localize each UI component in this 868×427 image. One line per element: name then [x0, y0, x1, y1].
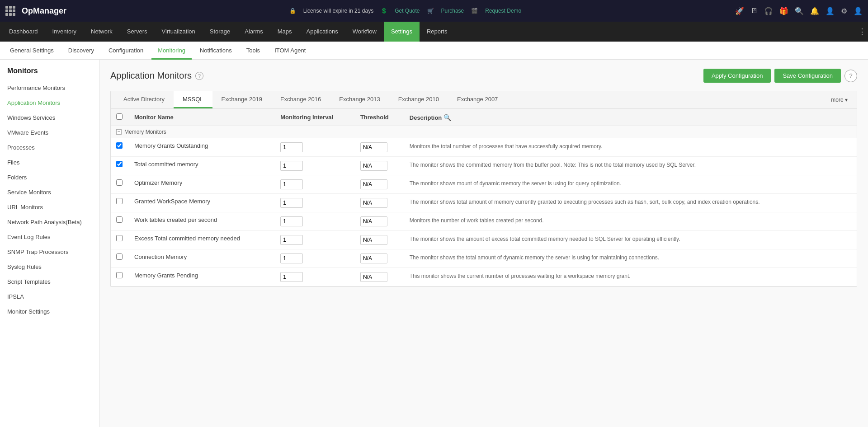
row2-threshold-input[interactable] [360, 161, 387, 171]
row2-description: The monitor shows the committed memory f… [404, 157, 857, 175]
row8-interval-input[interactable] [280, 272, 303, 282]
nav-servers[interactable]: Servers [120, 22, 155, 42]
row8-threshold-input[interactable] [360, 272, 387, 282]
header-help-button[interactable]: ? [844, 70, 857, 82]
gear-icon[interactable]: ⚙ [841, 7, 847, 15]
row7-interval-input[interactable] [280, 253, 303, 263]
sidebar-item-windows[interactable]: Windows Services [0, 110, 99, 125]
col-threshold: Threshold [355, 109, 404, 126]
save-config-button[interactable]: Save Configuration [774, 69, 841, 83]
sidebar-item-network-path[interactable]: Network Path Analysis(Beta) [0, 215, 99, 230]
row1-threshold-input[interactable] [360, 142, 387, 152]
monitor-icon[interactable]: 🖥 [750, 7, 758, 15]
col-monitor-name: Monitor Name [129, 109, 275, 126]
sub-notifications[interactable]: Notifications [193, 42, 238, 60]
sidebar-item-eventlog[interactable]: Event Log Rules [0, 230, 99, 244]
sidebar-item-vmware[interactable]: VMware Events [0, 125, 99, 140]
page-title-area: Application Monitors ? [110, 70, 203, 81]
nav-network[interactable]: Network [84, 22, 120, 42]
row6-checkbox[interactable] [116, 235, 123, 241]
row2-interval-input[interactable] [280, 161, 303, 171]
row7-threshold-cell [355, 249, 404, 268]
user-icon[interactable]: 👤 [826, 7, 835, 15]
table-search-button[interactable]: 🔍 [443, 114, 451, 121]
nav-inventory[interactable]: Inventory [45, 22, 84, 42]
nav-more[interactable]: ⋮ [858, 27, 866, 37]
tab-exchange-2013[interactable]: Exchange 2013 [330, 91, 389, 108]
nav-dashboard[interactable]: Dashboard [2, 22, 45, 42]
row3-interval-input[interactable] [280, 179, 303, 189]
sidebar-item-processes[interactable]: Processes [0, 140, 99, 155]
sidebar-item-folders[interactable]: Folders [0, 170, 99, 185]
nav-reports[interactable]: Reports [420, 22, 455, 42]
row8-checkbox[interactable] [116, 272, 123, 278]
row5-threshold-input[interactable] [360, 216, 387, 226]
tab-exchange-2007[interactable]: Exchange 2007 [448, 91, 507, 108]
row7-threshold-input[interactable] [360, 253, 387, 263]
sidebar-item-script[interactable]: Script Templates [0, 274, 99, 289]
row7-checkbox[interactable] [116, 253, 123, 260]
sub-configuration[interactable]: Configuration [102, 42, 150, 60]
sidebar-item-syslog[interactable]: Syslog Rules [0, 259, 99, 274]
tab-exchange-2010[interactable]: Exchange 2010 [389, 91, 448, 108]
sidebar-item-ipsla[interactable]: IPSLA [0, 289, 99, 304]
sub-monitoring[interactable]: Monitoring [151, 42, 192, 60]
section-collapse-icon[interactable]: − [116, 129, 122, 135]
sub-tools[interactable]: Tools [240, 42, 266, 60]
tab-exchange-2019[interactable]: Exchange 2019 [212, 91, 271, 108]
bell-icon[interactable]: 🔔 [810, 7, 819, 15]
sub-discovery[interactable]: Discovery [62, 42, 100, 60]
sidebar-item-service[interactable]: Service Monitors [0, 185, 99, 200]
page-help-icon[interactable]: ? [195, 72, 203, 80]
row3-checkbox[interactable] [116, 179, 123, 186]
apply-config-button[interactable]: Apply Configuration [703, 69, 771, 83]
headset-icon[interactable]: 🎧 [764, 7, 773, 15]
row1-checkbox[interactable] [116, 142, 123, 149]
nav-workflow[interactable]: Workflow [345, 22, 384, 42]
nav-settings[interactable]: Settings [384, 22, 420, 42]
request-demo-link[interactable]: Request Demo [485, 8, 521, 14]
row4-description: The monitor shows total amount of memory… [404, 194, 857, 212]
col-checkbox [111, 109, 129, 126]
rocket-icon[interactable]: 🚀 [735, 7, 744, 15]
sidebar-item-files[interactable]: Files [0, 155, 99, 170]
tab-mssql[interactable]: MSSQL [174, 91, 212, 108]
page-title: Application Monitors [110, 70, 192, 81]
get-quote-link[interactable]: Get Quote [395, 8, 420, 14]
tab-active-directory[interactable]: Active Directory [114, 91, 174, 108]
row6-interval-input[interactable] [280, 235, 303, 245]
license-text: License will expire in 21 days [303, 8, 373, 14]
row1-interval-input[interactable] [280, 142, 303, 152]
row4-interval-input[interactable] [280, 198, 303, 208]
nav-applications[interactable]: Applications [299, 22, 345, 42]
row2-checkbox[interactable] [116, 161, 123, 167]
row4-checkbox[interactable] [116, 198, 123, 204]
sub-general[interactable]: General Settings [4, 42, 60, 60]
select-all-checkbox[interactable] [116, 113, 123, 120]
table-row: Connection Memory The monitor shows the … [111, 249, 857, 268]
gift-icon[interactable]: 🎁 [779, 7, 788, 15]
nav-alarms[interactable]: Alarms [237, 22, 270, 42]
row5-interval-input[interactable] [280, 216, 303, 226]
sub-itom[interactable]: ITOM Agent [268, 42, 312, 60]
row3-threshold-input[interactable] [360, 179, 387, 189]
nav-maps[interactable]: Maps [270, 22, 299, 42]
row6-threshold-input[interactable] [360, 235, 387, 245]
nav-storage[interactable]: Storage [203, 22, 238, 42]
tab-exchange-2016[interactable]: Exchange 2016 [271, 91, 330, 108]
sidebar-item-snmp[interactable]: SNMP Trap Processors [0, 244, 99, 259]
search-icon[interactable]: 🔍 [795, 7, 804, 15]
sidebar-item-application[interactable]: Application Monitors [0, 95, 99, 110]
sidebar-item-performance[interactable]: Performance Monitors [0, 80, 99, 95]
avatar-icon[interactable]: 👤 [854, 7, 863, 15]
row4-threshold-input[interactable] [360, 198, 387, 208]
sidebar-item-url[interactable]: URL Monitors [0, 200, 99, 215]
sidebar-item-monitor-settings[interactable]: Monitor Settings [0, 304, 99, 319]
row4-threshold-cell [355, 194, 404, 212]
sidebar-title: Monitors [0, 67, 99, 80]
tab-more[interactable]: more ▾ [826, 92, 853, 108]
purchase-link[interactable]: Purchase [441, 8, 464, 14]
nav-virtualization[interactable]: Virtualization [155, 22, 203, 42]
row5-checkbox[interactable] [116, 216, 123, 223]
row1-threshold-cell [355, 138, 404, 157]
